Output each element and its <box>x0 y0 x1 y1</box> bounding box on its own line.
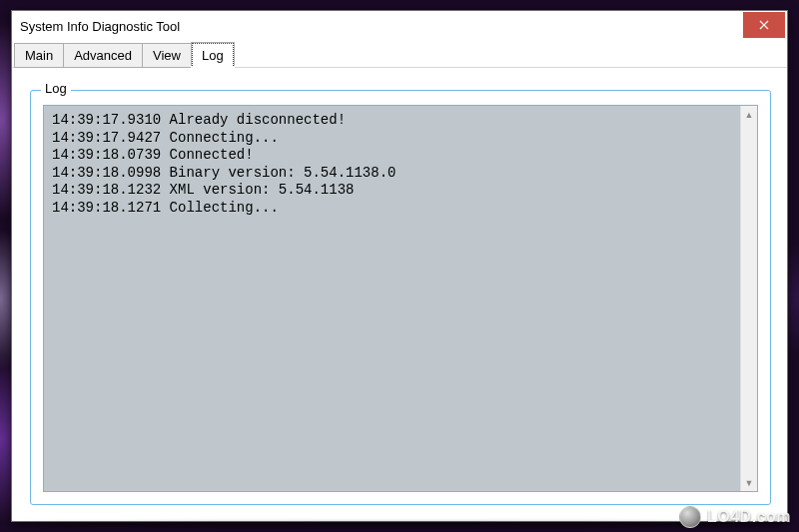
tabstrip: Main Advanced View Log <box>12 41 787 68</box>
watermark-text: LO4D.com <box>707 508 791 526</box>
chevron-up-icon: ▲ <box>745 110 754 120</box>
app-window: System Info Diagnostic Tool Main Advance… <box>11 10 788 522</box>
log-textbox[interactable]: 14:39:17.9310 Already disconnected! 14:3… <box>44 106 740 491</box>
tab-advanced[interactable]: Advanced <box>64 43 143 68</box>
globe-icon <box>679 506 701 528</box>
tab-log[interactable]: Log <box>192 43 234 68</box>
scroll-down-button[interactable]: ▼ <box>741 474 757 491</box>
close-icon <box>759 20 769 30</box>
scroll-track[interactable] <box>741 123 757 474</box>
window-shadow <box>11 522 788 528</box>
tab-main[interactable]: Main <box>14 43 64 68</box>
scrollbar[interactable]: ▲ ▼ <box>740 106 757 491</box>
watermark: LO4D.com <box>679 506 791 528</box>
tab-view[interactable]: View <box>143 43 192 68</box>
window-title: System Info Diagnostic Tool <box>20 19 743 34</box>
log-groupbox: Log 14:39:17.9310 Already disconnected! … <box>30 90 771 505</box>
chevron-down-icon: ▼ <box>745 478 754 488</box>
log-textbox-wrap: 14:39:17.9310 Already disconnected! 14:3… <box>43 105 758 492</box>
client-area: Log 14:39:17.9310 Already disconnected! … <box>12 68 787 521</box>
scroll-up-button[interactable]: ▲ <box>741 106 757 123</box>
close-button[interactable] <box>743 12 785 38</box>
groupbox-legend: Log <box>41 81 71 96</box>
titlebar[interactable]: System Info Diagnostic Tool <box>12 11 787 41</box>
